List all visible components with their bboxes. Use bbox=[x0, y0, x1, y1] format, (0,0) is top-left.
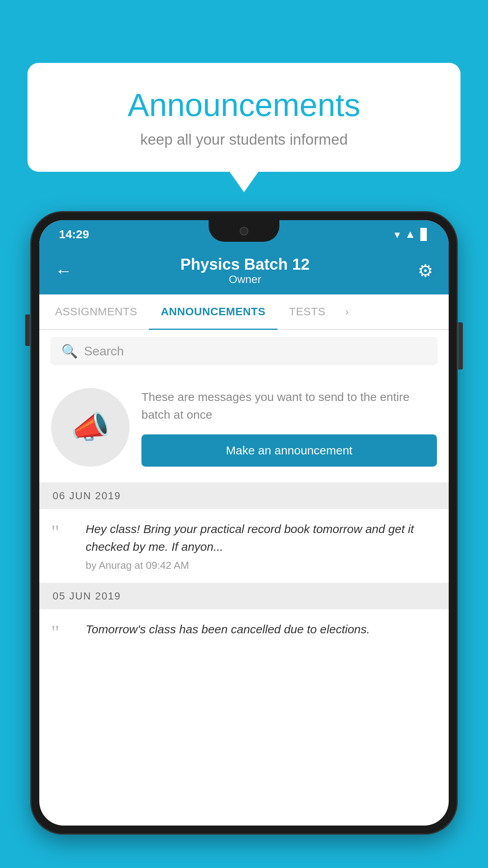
bubble-subtitle: keep all your students informed bbox=[59, 131, 429, 148]
intro-right: These are messages you want to send to t… bbox=[141, 388, 437, 467]
camera-dot bbox=[240, 227, 248, 235]
tab-tests[interactable]: TESTS bbox=[277, 294, 338, 329]
make-announcement-button[interactable]: Make an announcement bbox=[141, 434, 437, 467]
status-icons: ▾ ▲ ▊ bbox=[394, 228, 429, 241]
announcement-meta-1: by Anurag at 09:42 AM bbox=[86, 559, 437, 572]
quote-icon-2: " bbox=[51, 623, 75, 643]
tab-more[interactable]: › bbox=[337, 294, 356, 329]
announcement-item-2[interactable]: " Tomorrow's class has been cancelled du… bbox=[39, 609, 449, 654]
search-bar[interactable]: 🔍 Search bbox=[50, 337, 438, 365]
header-subtitle: Owner bbox=[180, 273, 310, 286]
tab-assignments[interactable]: ASSIGNMENTS bbox=[43, 294, 149, 329]
speech-bubble: Announcements keep all your students inf… bbox=[28, 63, 460, 172]
megaphone-circle: 📣 bbox=[51, 388, 130, 467]
date-header-2: 05 JUN 2019 bbox=[39, 583, 449, 609]
megaphone-icon: 📣 bbox=[71, 409, 110, 446]
date-header-1: 06 JUN 2019 bbox=[39, 483, 449, 509]
notch bbox=[209, 220, 279, 242]
search-icon: 🔍 bbox=[61, 343, 78, 359]
announcement-text-2: Tomorrow's class has been cancelled due … bbox=[86, 620, 437, 638]
search-placeholder: Search bbox=[84, 344, 124, 359]
quote-icon-1: " bbox=[51, 522, 75, 543]
battery-icon: ▊ bbox=[420, 228, 429, 241]
phone-outer: 14:29 ▾ ▲ ▊ ← Physics Batch 12 Owner ⚙ A… bbox=[31, 212, 457, 833]
phone-container: 14:29 ▾ ▲ ▊ ← Physics Batch 12 Owner ⚙ A… bbox=[31, 212, 457, 868]
tabs-bar: ASSIGNMENTS ANNOUNCEMENTS TESTS › bbox=[39, 294, 449, 330]
announcement-item-1[interactable]: " Hey class! Bring your practical record… bbox=[39, 509, 449, 583]
status-time: 14:29 bbox=[59, 228, 89, 241]
intro-description: These are messages you want to send to t… bbox=[141, 388, 437, 423]
back-button[interactable]: ← bbox=[55, 261, 72, 281]
header-center: Physics Batch 12 Owner bbox=[180, 256, 310, 286]
announcement-content-1: Hey class! Bring your practical record b… bbox=[86, 520, 437, 572]
announcement-text-1: Hey class! Bring your practical record b… bbox=[86, 520, 437, 555]
bubble-title: Announcements bbox=[59, 86, 429, 123]
speech-bubble-section: Announcements keep all your students inf… bbox=[28, 63, 460, 172]
announcement-content-2: Tomorrow's class has been cancelled due … bbox=[86, 620, 437, 642]
tab-announcements[interactable]: ANNOUNCEMENTS bbox=[149, 294, 277, 329]
signal-icon: ▲ bbox=[405, 228, 416, 241]
search-container: 🔍 Search bbox=[39, 330, 449, 372]
wifi-icon: ▾ bbox=[394, 228, 400, 241]
settings-button[interactable]: ⚙ bbox=[418, 261, 433, 281]
app-header: ← Physics Batch 12 Owner ⚙ bbox=[39, 248, 449, 294]
status-bar: 14:29 ▾ ▲ ▊ bbox=[39, 220, 449, 248]
phone-inner: 14:29 ▾ ▲ ▊ ← Physics Batch 12 Owner ⚙ A… bbox=[39, 220, 449, 826]
header-title: Physics Batch 12 bbox=[180, 256, 310, 273]
announcement-intro: 📣 These are messages you want to send to… bbox=[39, 372, 449, 483]
